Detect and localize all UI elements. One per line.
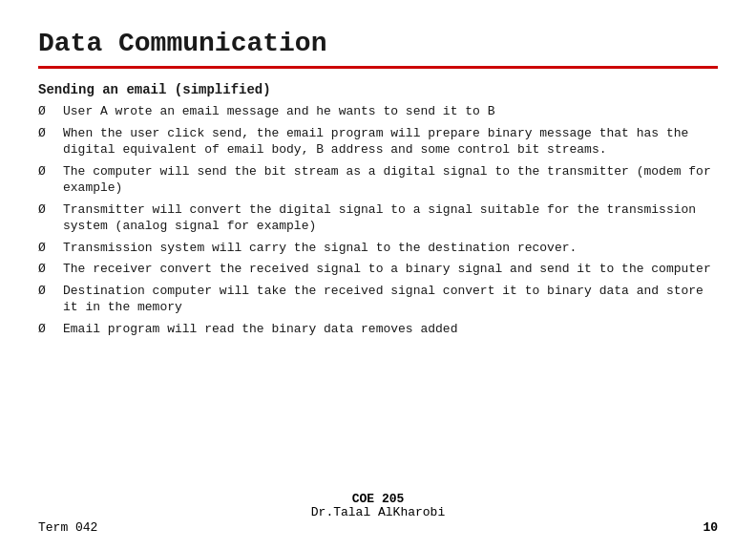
footer-page: 10 bbox=[703, 520, 718, 535]
bullet-list: ØUser A wrote an email message and he wa… bbox=[38, 103, 718, 338]
bullet-text: The receiver convert the received signal… bbox=[63, 261, 718, 278]
bullet-item: ØDestination computer will take the rece… bbox=[38, 283, 718, 316]
bullet-item: ØThe receiver convert the received signa… bbox=[38, 261, 718, 278]
bullet-item: ØTransmitter will convert the digital si… bbox=[38, 201, 718, 235]
bullet-item: ØThe computer will send the bit stream a… bbox=[38, 163, 718, 197]
footer-term: Term 042 bbox=[38, 520, 97, 535]
bullet-arrow: Ø bbox=[38, 240, 57, 257]
bullet-item: ØUser A wrote an email message and he wa… bbox=[38, 103, 718, 120]
red-divider bbox=[38, 66, 718, 69]
bullet-text: When the user click send, the email prog… bbox=[63, 125, 718, 159]
bullet-arrow: Ø bbox=[38, 283, 57, 300]
bullet-arrow: Ø bbox=[38, 261, 57, 278]
bullet-arrow: Ø bbox=[38, 103, 57, 120]
footer-course: COE 205 bbox=[352, 492, 405, 506]
bullet-arrow: Ø bbox=[38, 163, 57, 180]
bullet-text: Transmitter will convert the digital sig… bbox=[63, 201, 718, 235]
bullet-text: Transmission system will carry the signa… bbox=[63, 240, 718, 257]
footer-instructor: Dr.Talal AlKharobi bbox=[311, 505, 445, 519]
bullet-item: ØTransmission system will carry the sign… bbox=[38, 240, 718, 257]
bullet-text: User A wrote an email message and he wan… bbox=[63, 103, 718, 120]
bullet-arrow: Ø bbox=[38, 125, 57, 142]
section-title: Sending an email (simplified) bbox=[38, 82, 718, 97]
bullet-arrow: Ø bbox=[38, 321, 57, 338]
footer: Term 042 COE 205 Dr.Talal AlKharobi 10 bbox=[0, 520, 756, 535]
bullet-text: Email program will read the binary data … bbox=[63, 321, 718, 338]
bullet-arrow: Ø bbox=[38, 201, 57, 219]
bullet-text: The computer will send the bit stream as… bbox=[63, 163, 718, 197]
bullet-item: ØEmail program will read the binary data… bbox=[38, 321, 718, 338]
slide: Data Communication Sending an email (sim… bbox=[0, 0, 756, 550]
bullet-item: ØWhen the user click send, the email pro… bbox=[38, 125, 718, 159]
bullet-text: Destination computer will take the recei… bbox=[63, 283, 718, 316]
slide-title: Data Communication bbox=[38, 29, 718, 58]
